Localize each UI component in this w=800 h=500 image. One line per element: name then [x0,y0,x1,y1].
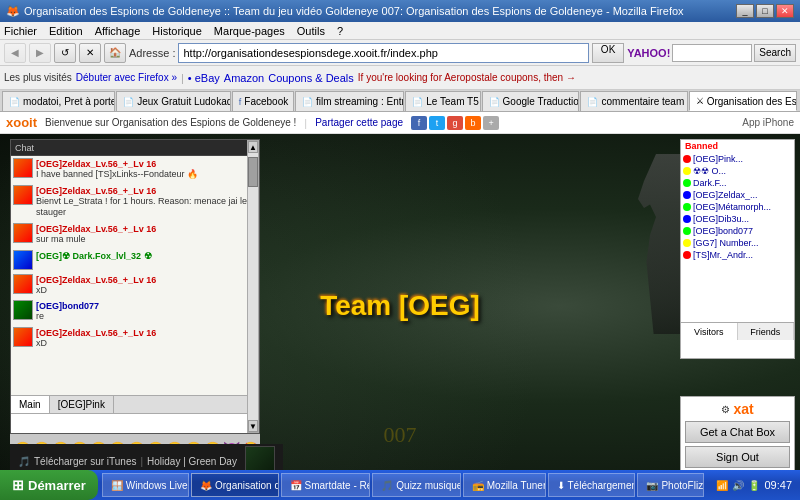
stop-button[interactable]: ✕ [79,43,101,63]
online-panel: Banned [OEG]Pink... ☢☢ O... Dark.F... [O… [680,139,795,359]
start-button[interactable]: ⊞ Démarrer [0,470,98,500]
xat-icon: ⚙ [721,404,730,415]
chat-username-6: [OEG]bond077 [36,301,99,311]
tab-teamts[interactable]: 📄Le Team T5✕ [405,91,480,111]
menu-aide[interactable]: ? [337,25,343,37]
yahoo-logo: YAHOO! [627,47,670,59]
tray-icon-volume: 🔊 [732,480,744,491]
scroll-thumb[interactable] [248,157,258,187]
partager-label[interactable]: Partager cette page [315,117,403,128]
chat-message-7: [OEG]Zeldax_Lv.56_+_Lv 16 xD [13,327,257,350]
chat-text-1: I have banned [TS]xLinks--Fondateur 🔥 [36,169,198,181]
coupons-link[interactable]: Coupons & Deals [268,72,354,84]
yahoo-search-button[interactable]: Search [754,44,796,62]
aeropostale-link[interactable]: If you're looking for Aeropostale coupon… [358,72,576,83]
chat-messages-area: [OEG]Zeldax_Lv.56_+_Lv 16 I have banned … [11,156,259,395]
maximize-button[interactable]: □ [756,4,774,18]
menu-historique[interactable]: Historique [152,25,202,37]
avatar-4 [13,250,33,270]
status-dot-6 [683,227,691,235]
chat-username-3: [OEG]Zeldax_Lv.56_+_Lv 16 [36,224,156,234]
google-share-icon[interactable]: g [447,116,463,130]
menu-fichier[interactable]: Fichier [4,25,37,37]
chat-message-4: [OEG]☢ Dark.Fox_lvl_32 ☢ [13,250,257,270]
chat-tab-pink[interactable]: [OEG]Pink [50,396,114,413]
back-button[interactable]: ◀ [4,43,26,63]
status-dot-1 [683,167,691,175]
banned-label: Banned [681,140,794,152]
online-name-1: ☢☢ O... [693,166,726,176]
chat-text-5: xD [36,285,156,297]
tab-ludokad[interactable]: 📄Jeux Gratuit Ludokad...✕ [116,91,231,111]
taskbar-item-0[interactable]: 🪟 Windows Live ... [102,473,189,497]
tab-modatoi[interactable]: 📄modatoi, Pret à porte...✕ [2,91,115,111]
taskbar-label-1: Organisation d... [215,480,279,491]
taskbar-item-1[interactable]: 🦊 Organisation d... [191,473,279,497]
firefox-icon: 🦊 [6,5,20,18]
avatar-3 [13,223,33,243]
get-chat-box-button[interactable]: Get a Chat Box [685,421,790,443]
go-button[interactable]: OK [592,43,624,63]
online-name-8: [TS]Mr._Andr... [693,250,753,260]
tab-facebook[interactable]: fFacebook✕ [232,91,294,111]
visitors-tab[interactable]: Visitors [681,323,738,340]
windows-logo: ⊞ [12,477,24,493]
chat-content-2: [OEG]Zeldax_Lv.56_+_Lv 16 Bienvt Le_Stra… [36,185,257,219]
sign-out-button[interactable]: Sign Out [685,446,790,468]
tab-organisation[interactable]: ⚔Organisation des Es...✕ [689,91,797,111]
address-input[interactable] [178,43,588,63]
status-dot-3 [683,191,691,199]
online-item-7: [GG7] Number... [683,238,792,248]
bookmark-share-icon[interactable]: b [465,116,481,130]
main-content: Team [OEG] 007 Chat [OEG]Zeldax_Lv.56_+_… [0,134,800,478]
taskbar-item-2[interactable]: 📅 Smartdate - Ré... [281,473,371,497]
nav-bar: ◀ ▶ ↺ ✕ 🏠 Adresse : OK YAHOO! Search [0,40,800,66]
chat-header-label: Chat [15,143,34,153]
ebay-link[interactable]: • eBay [188,72,220,84]
online-item-8: [TS]Mr._Andr... [683,250,792,260]
chat-username-2: [OEG]Zeldax_Lv.56_+_Lv 16 [36,186,156,196]
minimize-button[interactable]: _ [736,4,754,18]
tab-commentaire[interactable]: 📄commentaire team ...✕ [580,91,687,111]
taskbar-item-3[interactable]: 🎵 Quizz musique... [372,473,460,497]
reload-button[interactable]: ↺ [54,43,76,63]
scroll-up-arrow[interactable]: ▲ [248,141,258,153]
itunes-label[interactable]: Télécharger sur iTunes [34,456,136,467]
tab-film[interactable]: 📄film streaming : Entr...✕ [295,91,404,111]
window-controls[interactable]: _ □ ✕ [736,4,794,18]
xooit-logo: xooit [6,115,37,130]
facebook-share-icon[interactable]: f [411,116,427,130]
menu-marquepages[interactable]: Marque-pages [214,25,285,37]
menu-outils[interactable]: Outils [297,25,325,37]
taskbar-item-5[interactable]: ⬇ Téléchargemen... [548,473,636,497]
plus-visites-label: Les plus visités [4,72,72,83]
friends-tab[interactable]: Friends [738,323,795,340]
twitter-share-icon[interactable]: t [429,116,445,130]
online-name-7: [GG7] Number... [693,238,759,248]
debuter-link[interactable]: Débuter avec Firefox » [76,72,177,83]
chat-text-3: sur ma mule [36,234,156,246]
home-button[interactable]: 🏠 [104,43,126,63]
chat-content-5: [OEG]Zeldax_Lv.56_+_Lv 16 xD [36,274,156,297]
menu-affichage[interactable]: Affichage [95,25,141,37]
yahoo-search-input[interactable] [672,44,752,62]
chat-scrollbar[interactable]: ▲ ▼ [247,140,259,433]
plus-share-icon[interactable]: + [483,116,499,130]
menu-edition[interactable]: Edition [49,25,83,37]
taskbar-item-6[interactable]: 📷 PhotoFlize [637,473,704,497]
close-button[interactable]: ✕ [776,4,794,18]
chat-input-field[interactable] [11,414,259,433]
app-iphone-label[interactable]: App iPhone [742,117,794,128]
taskbar-icon-0: 🪟 [111,480,123,491]
online-item-1: ☢☢ O... [683,166,792,176]
chat-message-5: [OEG]Zeldax_Lv.56_+_Lv 16 xD [13,274,257,297]
tab-google-trad[interactable]: 📄Google Traduction✕ [482,91,580,111]
scroll-down-arrow[interactable]: ▼ [248,420,258,432]
taskbar-item-4[interactable]: 📻 Mozilla Tuner... [463,473,546,497]
forward-button[interactable]: ▶ [29,43,51,63]
chat-tab-main[interactable]: Main [11,396,50,413]
status-dot-8 [683,251,691,259]
amazon-link[interactable]: Amazon [224,72,264,84]
taskbar-icon-4: 📻 [472,480,484,491]
menu-bar: Fichier Edition Affichage Historique Mar… [0,22,800,40]
